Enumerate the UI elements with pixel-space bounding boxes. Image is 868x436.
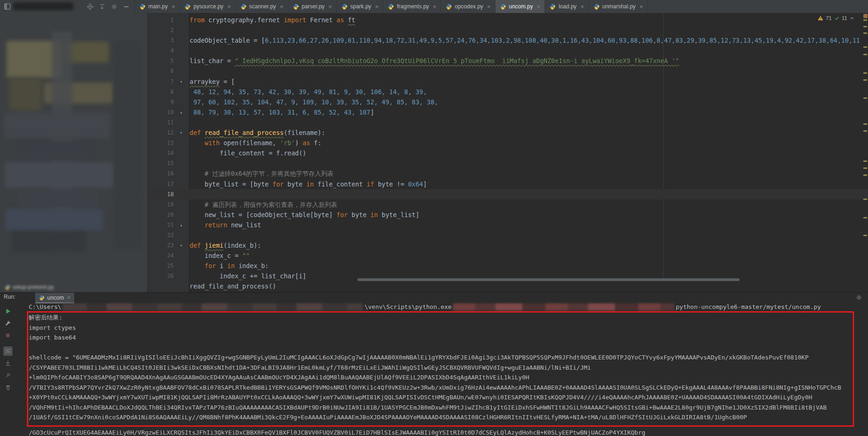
code-text: def jiemi(index_b): — [190, 240, 868, 250]
code-line-5: 5list_char = " IedHSgdchnlpoJ,vKsq coBzl… — [148, 56, 868, 66]
code-text: return new_list — [190, 220, 868, 230]
console-line: /VTBIY3s8RTPbSAP7QYvrZkQ7XwZzR0yNtxgBAAB… — [29, 383, 841, 393]
tab-label: spark.py — [350, 3, 371, 10]
scroll-to-end-icon[interactable] — [3, 359, 13, 368]
code-line-10: 10▴ 88, 79, 30, 13, 57, 103, 31, 6, 85, … — [148, 107, 868, 117]
close-tab-icon[interactable]: ✕ — [374, 4, 379, 9]
gear-icon[interactable] — [855, 294, 862, 303]
rerun-icon[interactable] — [3, 307, 13, 316]
fold-marker-icon[interactable]: ▾ — [177, 77, 185, 87]
wrench-icon[interactable] — [3, 319, 13, 328]
code-line-11: 11 — [148, 117, 868, 128]
line-number: 16 — [148, 168, 174, 179]
warning-count: 71 — [826, 15, 831, 21]
close-tab-icon[interactable]: ✕ — [171, 4, 175, 9]
fold-marker-icon[interactable]: ▴ — [177, 107, 185, 117]
gear-icon[interactable] — [110, 2, 118, 11]
close-tab-icon[interactable]: ✕ — [432, 4, 437, 9]
code-line-15: 15 — [148, 158, 868, 168]
code-line-18: 18 — [148, 189, 868, 199]
code-text — [190, 189, 868, 199]
chevron-up-icon[interactable] — [849, 16, 855, 21]
line-number: 10 — [148, 107, 174, 117]
code-line-7: 7▾arraykey = [ — [148, 77, 868, 87]
code-line-3: 3codeObject_table = [6,113,23,66,27,26,1… — [148, 35, 868, 45]
close-tab-icon[interactable]: ✕ — [639, 4, 643, 9]
tab-pysource.py[interactable]: pysource.py✕ — [180, 0, 235, 13]
tab-opcodex.py[interactable]: opcodex.py✕ — [441, 0, 495, 13]
close-tab-icon[interactable]: ✕ — [226, 4, 231, 9]
project-item-setup-file[interactable]: setup-pretoml.py — [5, 283, 54, 291]
warning-triangle-icon — [817, 15, 824, 21]
close-tab-icon[interactable]: ✕ — [486, 4, 491, 9]
close-tab-icon[interactable]: ✕ — [579, 4, 584, 9]
python-file-icon — [550, 4, 556, 10]
project-item-label: setup-pretoml.py — [13, 284, 54, 290]
close-tab-icon[interactable]: ✕ — [536, 4, 540, 9]
code-line-19: 19 # 遍历列表，用值作为索引查表，并存入新列表 — [148, 199, 868, 210]
code-text: byte_list = [byte for byte in file_conte… — [190, 179, 868, 189]
tab-spark.py[interactable]: spark.py✕ — [337, 0, 384, 13]
tab-label: fragments.py — [397, 3, 429, 10]
code-line-25: 25 for i in index_b: — [148, 261, 868, 271]
locate-icon[interactable] — [86, 2, 94, 11]
tab-main.py[interactable]: main.py✕ — [135, 0, 180, 13]
close-tab-icon[interactable]: ✕ — [279, 4, 284, 9]
tab-unmarshal.py[interactable]: unmarshal.py✕ — [589, 0, 648, 13]
tab-load.py[interactable]: load.py✕ — [545, 0, 589, 13]
tab-parser.py[interactable]: parser.py✕ — [288, 0, 337, 13]
python-run-config-icon — [39, 295, 44, 301]
fold-marker-icon[interactable]: ▾ — [177, 128, 185, 138]
code-line-23: 23▾def jiemi(index_b): — [148, 240, 868, 250]
python-file-icon — [388, 4, 394, 10]
fold-marker-icon[interactable]: ▴ — [177, 220, 185, 230]
tab-scanner.py[interactable]: scanner.py✕ — [236, 0, 288, 13]
line-number: 11 — [148, 117, 174, 128]
line-number: 9 — [148, 97, 174, 107]
line-number: 4 — [148, 45, 174, 56]
tab-label: opcodex.py — [455, 3, 483, 10]
code-text: read_file_and_process() — [190, 281, 868, 291]
typo-count: 11 — [842, 15, 847, 21]
python-file-icon — [342, 4, 348, 10]
code-text: codeObject_table = [6,113,23,66,27,26,10… — [190, 35, 868, 45]
line-number: 22 — [148, 230, 174, 240]
line-number: 13 — [148, 138, 174, 148]
python-file-icon — [241, 4, 247, 10]
code-text: new_list = [codeObject_table[byte] for b… — [190, 210, 868, 220]
fold-marker-icon[interactable]: ▾ — [177, 240, 185, 250]
horizontal-scrollbar[interactable] — [357, 278, 740, 281]
inspections-widget[interactable]: 71 11 — [817, 15, 855, 21]
console-command-line: C:\Users\ \venv\Scripts\python.exe pytho… — [29, 302, 821, 312]
console-output[interactable]: 解密后结果:import ctypesimport base64 shellco… — [29, 313, 841, 436]
python-file-icon — [594, 4, 600, 10]
soft-wrap-icon[interactable] — [3, 346, 13, 356]
line-number: 14 — [148, 148, 174, 158]
code-line-21: 21▴ return new_list — [148, 220, 868, 230]
line-number: 7 — [148, 77, 174, 87]
code-text — [190, 66, 868, 76]
line-number: 15 — [148, 158, 174, 168]
tab-label: scanner.py — [249, 3, 276, 10]
tab-uncom.py[interactable]: uncom.py✕ — [495, 0, 545, 13]
code-editor[interactable]: 1from cryptography.fernet import Fernet … — [147, 13, 868, 292]
hide-panel-icon[interactable] — [122, 2, 130, 11]
python-file-icon — [184, 4, 190, 10]
pin-icon[interactable] — [3, 371, 13, 380]
console-line: /VQhFM9tIi+hIhcAPhDEBAACLDoXJdQQLThBEi34… — [29, 403, 841, 413]
close-tab-icon[interactable]: ✕ — [327, 4, 332, 9]
close-icon[interactable]: ✕ — [67, 295, 70, 300]
tab-label: uncom.py — [509, 3, 533, 10]
python-file-icon — [500, 4, 506, 10]
console-line: /CSYPABEE703LIM8BIi1wkMEiLbCQ4SIt0JEBIi3… — [29, 363, 841, 373]
tab-fragments.py[interactable]: fragments.py✕ — [383, 0, 441, 13]
stop-icon[interactable] — [3, 331, 13, 340]
code-line-14: 14 file_content = f.read() — [148, 148, 868, 158]
clear-icon[interactable] — [3, 383, 13, 392]
collapse-all-icon[interactable] — [98, 2, 106, 11]
run-toolbar — [0, 304, 21, 436]
project-tool-window-icon[interactable] — [3, 2, 12, 11]
run-tool-window: Run: uncom ✕ C:\U — [0, 292, 868, 436]
project-panel[interactable]: setup-pretoml.py — [0, 13, 147, 292]
code-text: 97, 60, 102, 35, 104, 47, 9, 109, 10, 39… — [190, 97, 868, 107]
